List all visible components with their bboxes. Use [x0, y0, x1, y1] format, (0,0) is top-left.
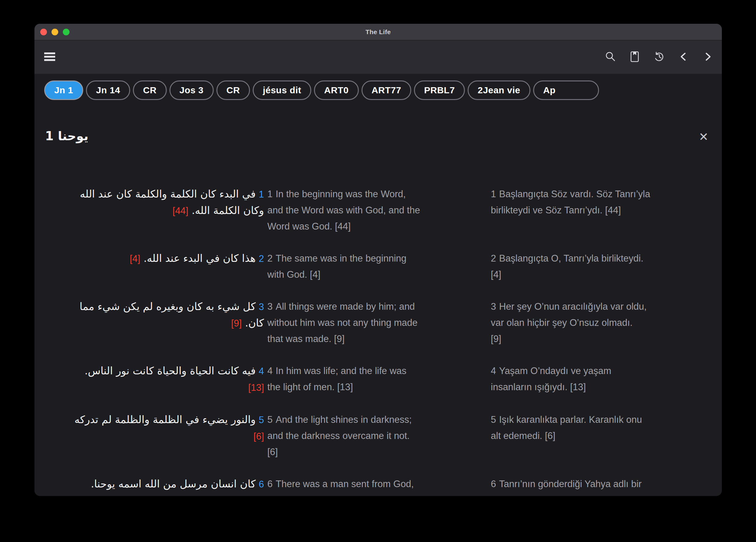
search-button[interactable]	[602, 49, 619, 66]
verse-1-turkish: 1Başlangıçta Söz vardı. Söz Tanrı’yla bi…	[491, 186, 710, 234]
verse-number: 5	[491, 414, 496, 425]
cross-reference[interactable]: [9]	[231, 318, 242, 329]
chevron-right-icon	[703, 51, 712, 64]
window-title: The Life	[366, 28, 391, 36]
tab-bar: Jn 1 Jn 14 CR Jos 3 CR jésus dit ART0 AR…	[34, 78, 722, 102]
verse-row-6: 6كان انسان مرسل من الله اسمه يوحنا. 6The…	[45, 476, 710, 492]
verse-row-1: 1في البدء كان الكلمة والكلمة كان عند الل…	[45, 186, 710, 234]
verse-2-english: 2The same was in the beginning with God.…	[267, 250, 487, 283]
cross-reference[interactable]: [4]	[307, 269, 320, 280]
verse-6-turkish: 6Tanrı’nın gönderdiği Yahya adlı bir	[491, 476, 710, 492]
verse-number: 3	[259, 301, 264, 312]
verse-number: 6	[491, 479, 496, 489]
tab-jn-1[interactable]: Jn 1	[44, 80, 83, 100]
cross-reference[interactable]: [44]	[602, 205, 621, 216]
close-window-button[interactable]	[40, 29, 47, 35]
cross-reference[interactable]: [6]	[542, 430, 555, 441]
verse-2-turkish: 2Başlangıçta O, Tanrı’yla birlikteydi. […	[491, 250, 710, 283]
tab-cr-2[interactable]: CR	[216, 80, 250, 100]
hamburger-icon	[44, 52, 56, 63]
tab-cr-1[interactable]: CR	[133, 80, 166, 100]
title-bar[interactable]: The Life	[34, 24, 722, 41]
verse-row-3: 3كل شيء به كان وبغيره لم يكن شيء مما كان…	[45, 298, 710, 347]
bookmark-icon	[629, 51, 640, 64]
verse-number: 5	[259, 415, 264, 425]
verse-4-arabic: 4فيه كانت الحياة والحياة كانت نور الناس.…	[45, 363, 264, 396]
close-icon: ✕	[699, 130, 708, 143]
cross-reference[interactable]: [4]	[491, 269, 501, 280]
history-icon	[653, 51, 665, 64]
bookmark-button[interactable]	[626, 49, 643, 66]
history-button[interactable]	[651, 49, 668, 66]
verse-number: 2	[259, 253, 264, 264]
tab-art77[interactable]: ART77	[362, 80, 412, 100]
tab-art0[interactable]: ART0	[314, 80, 358, 100]
toolbar	[34, 41, 722, 74]
cross-reference[interactable]: [13]	[335, 382, 353, 392]
menu-button[interactable]	[41, 49, 58, 66]
search-icon	[604, 51, 616, 64]
verse-number: 5	[267, 414, 273, 425]
verse-4-english: 4In him was life; and the life was the l…	[267, 363, 487, 396]
verse-row-2: 2هذا كان في البدء عند الله. [4] 2The sam…	[45, 250, 710, 283]
cross-reference[interactable]: [6]	[267, 447, 278, 457]
verse-row-5: 5والنور يضيء في الظلمة والظلمة لم تدركه …	[45, 412, 710, 460]
tab-prbl7[interactable]: PRBL7	[414, 80, 465, 100]
verse-number: 4	[267, 365, 273, 376]
cross-reference[interactable]: [13]	[568, 382, 586, 392]
verse-row-4: 4فيه كانت الحياة والحياة كانت نور الناس.…	[45, 363, 710, 396]
zoom-window-button[interactable]	[63, 29, 70, 35]
tab-jn-14[interactable]: Jn 14	[86, 80, 130, 100]
verse-number: 1	[491, 189, 496, 199]
verse-number: 6	[267, 479, 273, 489]
verse-2-arabic: 2هذا كان في البدء عند الله. [4]	[45, 250, 264, 283]
verse-number: 6	[259, 479, 264, 490]
cross-reference[interactable]: [9]	[331, 333, 344, 344]
verse-number: 1	[259, 189, 264, 200]
verse-3-turkish: 3Her şey O’nun aracılığıyla var oldu, va…	[491, 298, 710, 347]
tab-2jean-vie[interactable]: 2Jean vie	[468, 80, 530, 100]
verse-number: 2	[491, 253, 496, 264]
verse-3-english: 3All things were made by him; and withou…	[267, 298, 487, 347]
tab-jesus-dit[interactable]: jésus dit	[253, 80, 311, 100]
cross-reference[interactable]: [4]	[130, 253, 141, 264]
toolbar-right-icons	[602, 49, 716, 66]
app-window: The Life	[34, 24, 722, 496]
tab-jos-3[interactable]: Jos 3	[169, 80, 214, 100]
verse-6-arabic: 6كان انسان مرسل من الله اسمه يوحنا.	[45, 476, 264, 492]
verse-6-english: 6There was a man sent from God,	[267, 476, 487, 492]
verse-number: 2	[267, 253, 273, 264]
verse-number: 3	[491, 301, 496, 312]
verse-number: 1	[267, 189, 273, 199]
cross-reference[interactable]: [13]	[248, 382, 264, 393]
back-button[interactable]	[675, 49, 692, 66]
forward-button[interactable]	[699, 49, 716, 66]
verse-number: 4	[259, 366, 264, 376]
cross-reference[interactable]: [44]	[173, 205, 188, 216]
verse-5-arabic: 5والنور يضيء في الظلمة والظلمة لم تدركه …	[45, 412, 264, 460]
verse-grid: 1في البدء كان الكلمة والكلمة كان عند الل…	[45, 186, 710, 492]
tab-ap[interactable]: Ap	[533, 80, 599, 100]
minimize-window-button[interactable]	[52, 29, 58, 35]
verse-5-english: 5And the light shines in darkness; and t…	[267, 412, 487, 460]
chevron-left-icon	[679, 51, 688, 64]
cross-reference[interactable]: [6]	[254, 431, 264, 442]
close-pane-button[interactable]: ✕	[699, 131, 708, 143]
traffic-lights	[40, 24, 70, 40]
verse-4-turkish: 4Yaşam O’ndaydı ve yaşam insanların ışığ…	[491, 363, 710, 396]
cross-reference[interactable]: [9]	[491, 333, 501, 344]
cross-reference[interactable]: [44]	[332, 221, 351, 232]
verse-number: 4	[491, 365, 496, 376]
verse-3-arabic: 3كل شيء به كان وبغيره لم يكن شيء مما كان…	[45, 298, 264, 347]
verse-1-arabic: 1في البدء كان الكلمة والكلمة كان عند الل…	[45, 186, 264, 234]
chapter-title: يوحنا 1	[45, 129, 88, 143]
verse-number: 3	[267, 301, 273, 312]
verse-1-english: 1In the beginning was the Word, and the …	[267, 186, 487, 234]
verse-5-turkish: 5Işık karanlıkta parlar. Karanlık onu al…	[491, 412, 710, 460]
